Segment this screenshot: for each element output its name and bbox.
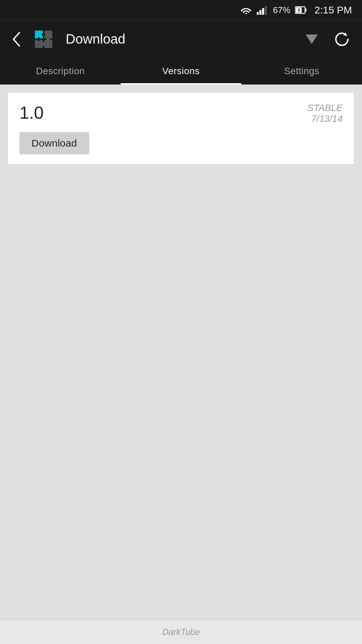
signal-icon (257, 5, 268, 15)
svg-rect-3 (265, 6, 267, 15)
version-meta: STABLE 7/13/14 (307, 103, 343, 124)
tab-versions[interactable]: Versions (121, 58, 241, 85)
svg-rect-0 (257, 12, 259, 15)
battery-icon (295, 5, 307, 15)
version-number: 1.0 (19, 103, 44, 123)
svg-rect-12 (44, 31, 52, 39)
status-icons: 67% 2:15 PM (240, 4, 352, 16)
version-date: 7/13/14 (307, 113, 343, 124)
dropdown-arrow-icon[interactable] (306, 35, 318, 44)
svg-point-17 (47, 38, 50, 41)
app-bar: Download (0, 20, 362, 58)
version-card: 1.0 STABLE 7/13/14 Download (8, 93, 354, 164)
svg-rect-11 (35, 31, 43, 39)
back-button[interactable] (8, 28, 25, 51)
download-button[interactable]: Download (19, 132, 89, 154)
bottom-bar: DarkTube (0, 620, 362, 644)
tab-bar: Description Versions Settings (0, 58, 362, 85)
svg-rect-2 (262, 8, 264, 15)
version-status: STABLE (307, 103, 343, 113)
svg-point-16 (37, 38, 41, 41)
tab-settings[interactable]: Settings (241, 58, 362, 85)
svg-rect-1 (259, 10, 261, 15)
app-icon (32, 27, 56, 51)
svg-rect-5 (305, 8, 306, 12)
bottom-label: DarkTube (162, 627, 200, 637)
svg-rect-14 (44, 40, 52, 48)
wifi-icon (240, 5, 252, 15)
svg-rect-13 (35, 40, 43, 48)
svg-point-15 (42, 33, 45, 36)
battery-percent: 67% (273, 5, 290, 15)
svg-point-18 (42, 42, 45, 46)
card-header: 1.0 STABLE 7/13/14 (19, 103, 343, 124)
status-bar: 67% 2:15 PM (0, 0, 362, 20)
tab-description[interactable]: Description (0, 58, 121, 85)
status-time: 2:15 PM (314, 4, 352, 16)
refresh-button[interactable] (330, 27, 354, 51)
app-bar-title: Download (66, 32, 299, 47)
main-content: 1.0 STABLE 7/13/14 Download (0, 85, 362, 620)
